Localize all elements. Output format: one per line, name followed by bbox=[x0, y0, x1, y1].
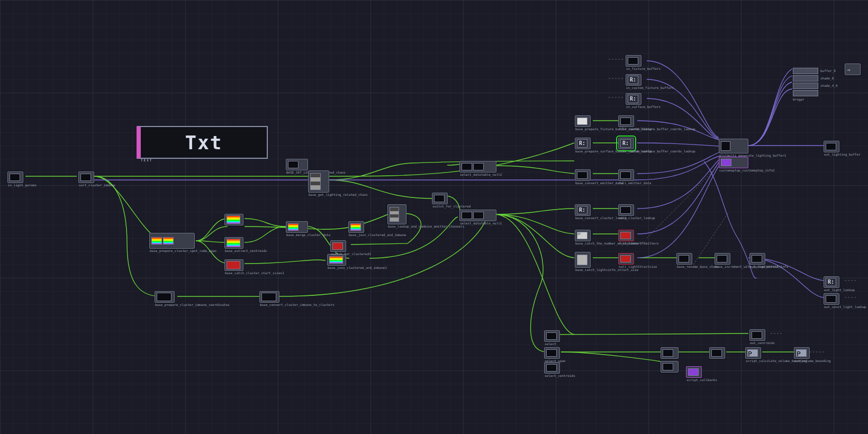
node-convert-emitter[interactable]: base_convert_emitter_data bbox=[575, 169, 591, 181]
node-generate-lighting[interactable]: glslmulti_generate_lighting_buffer1 bbox=[719, 139, 748, 153]
node-in-surface-buffers[interactable]: R: in_surface_buffers bbox=[626, 93, 641, 105]
node-out-lighting-buffer[interactable]: out_lighting_buffer bbox=[824, 141, 839, 152]
node-select-dt-1[interactable]: select_datatable_null2 bbox=[459, 161, 496, 173]
text-panel[interactable]: Txt TEXT bbox=[137, 126, 268, 159]
node-null-surface-selected[interactable]: R: null_custom_surface_buffer_coords_loo… bbox=[618, 138, 634, 149]
node-merge-cluster[interactable]: base_extract_centroids bbox=[224, 237, 243, 249]
node-in-fixture-buffers[interactable]: in_fixture_buffers bbox=[626, 55, 641, 67]
node-increment[interactable]: base_increment_with_custom_emitters bbox=[715, 253, 730, 265]
out-shade40[interactable] bbox=[793, 83, 818, 89]
node-switch1[interactable]: switch_for_clustered1 bbox=[330, 240, 346, 252]
node-base-set-lighting-1[interactable]: BASE_SET_LIGHTING_related_chans bbox=[286, 159, 308, 170]
node-prepare-surface[interactable]: R: base_prepare_surface_buffer_coord_loo… bbox=[575, 138, 591, 149]
node-switch[interactable]: switch_for_clustered bbox=[432, 193, 448, 204]
out-buffer0[interactable] bbox=[793, 68, 818, 74]
node-in-custom-fixture[interactable]: R: in_custom_fixture_buffers bbox=[626, 74, 641, 86]
out-shade0[interactable] bbox=[793, 75, 818, 82]
node-select-mid2[interactable] bbox=[661, 361, 679, 373]
node-lookup-combine[interactable]: base_lookup_and_combine_emitter_channels bbox=[387, 204, 406, 224]
out-brngpr[interactable] bbox=[793, 90, 818, 96]
node-merge-cluster-top[interactable] bbox=[224, 214, 243, 225]
node-in-light-params[interactable]: in_light_params bbox=[7, 171, 23, 183]
node-out-const-lookup[interactable]: out_const_light_lookup bbox=[824, 293, 839, 305]
node-sort-cluster-immune[interactable]: sort_cluster_immune bbox=[78, 171, 94, 183]
node-select-centroids[interactable]: select_centroids bbox=[544, 362, 560, 374]
node-out-light-lookup[interactable]: R: out_light_lookup bbox=[824, 276, 839, 288]
txt-panel-title: Txt bbox=[185, 132, 222, 153]
node-out-centroids[interactable]: out_centroids bbox=[749, 329, 765, 341]
node-null-num-emitters[interactable]: null_numberOfEmitters bbox=[618, 230, 634, 241]
node-null-fixture[interactable]: null_custom_fixture_buffer_coords_lookup bbox=[618, 115, 634, 127]
node-convert-cluster[interactable]: R: base_convert_cluster_lookup bbox=[575, 204, 591, 216]
node-get-lighting[interactable]: base_get_lighting_related_chans bbox=[308, 170, 329, 193]
node-catch-lightsinfo[interactable]: base_catch_lightsinfo_struct_size bbox=[575, 252, 591, 268]
node-convert-immune[interactable]: base_convert_cluster_immune_to_clusters bbox=[259, 291, 279, 303]
node-prepare-fixture[interactable]: base_prepare_fixture_buffer_coord_lookup bbox=[575, 115, 591, 127]
node-script-callbacks[interactable]: script_callbacks bbox=[686, 366, 702, 378]
node-prepare-immune[interactable]: base_prepare_cluster_immune_coordinates bbox=[155, 291, 175, 303]
node-null-emitter[interactable]: null_emitter_data bbox=[618, 169, 634, 181]
node-select-span[interactable]: select_span bbox=[544, 347, 560, 359]
node-script-volume[interactable]: P script_calculate_volume_bounding bbox=[745, 347, 761, 359]
node-rename-base[interactable]: base_rename_base_chans bbox=[676, 253, 692, 265]
node-prepare-cluster[interactable]: base_prepare_cluster_spot_cube_maps bbox=[149, 233, 195, 249]
node-out-volume[interactable]: P out_volume_bounding bbox=[794, 347, 810, 359]
node-catch-cluster-starts[interactable]: base_catch_cluster_start_sizes1 bbox=[224, 259, 243, 271]
node-select-centroid-out[interactable] bbox=[709, 347, 725, 359]
node-join-clustered2[interactable]: base_join_clustered_and_immune bbox=[348, 221, 364, 233]
node-null-cluster[interactable]: null_cluster_lookup bbox=[618, 204, 634, 216]
node-select-dt-2[interactable]: select_datatable_null1 bbox=[459, 210, 496, 221]
node-merge-cluster-data[interactable]: base_merge_cluster_data bbox=[286, 221, 308, 233]
node-catch-num-emitters[interactable]: 27 base_catch_the_number_of_emitters bbox=[575, 230, 591, 241]
node-join-clustered[interactable]: base_join_clustered_and_immune1 bbox=[327, 254, 346, 266]
node-out-lightstruct[interactable]: out_lightstruct_info bbox=[749, 253, 765, 265]
node-select-t[interactable]: select bbox=[544, 330, 560, 342]
txt-panel-label: TEXT bbox=[141, 158, 152, 162]
node-null-lightstruct[interactable]: null_lightStructsize bbox=[618, 253, 634, 265]
node-select-mid[interactable] bbox=[661, 347, 679, 359]
grid-background bbox=[0, 0, 868, 434]
node-final-out[interactable]: → bbox=[845, 64, 861, 75]
node-customoptop[interactable]: customoptop_customoptop_info2 bbox=[719, 157, 748, 168]
